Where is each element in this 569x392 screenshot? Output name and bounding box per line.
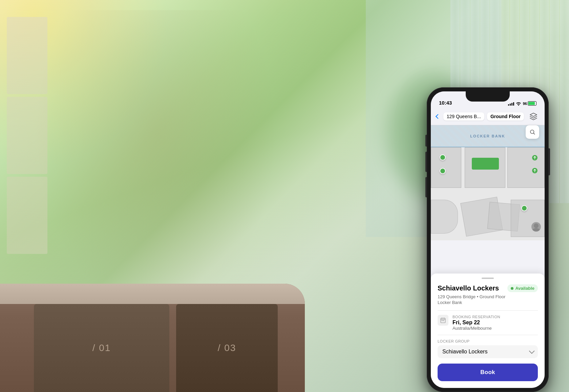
- wifi-icon: [516, 102, 521, 106]
- location-pill[interactable]: 129 Queens B...: [443, 112, 484, 121]
- chevron-left-icon: [436, 114, 440, 118]
- locker-subtitle-2: Locker Bank: [438, 300, 538, 305]
- status-time: 10:43: [439, 100, 452, 106]
- phone-screen: 10:43 96: [431, 91, 545, 388]
- phone-power-button: [548, 148, 550, 175]
- room-2: [465, 147, 505, 188]
- phone-notch: [466, 91, 510, 102]
- svg-rect-2: [442, 320, 442, 321]
- navigation-bar: 129 Queens B... Ground Floor: [431, 108, 545, 125]
- booking-timezone: Australia/Melbourne: [452, 326, 538, 331]
- phone-shell: 10:43 96: [427, 87, 549, 392]
- reception-desk: / 01 / 03: [0, 284, 305, 392]
- booking-label: Booking reservation: [452, 315, 538, 319]
- room-curved: [431, 200, 458, 234]
- floor-map[interactable]: LOCKER BANK: [431, 125, 545, 240]
- up-arrow-2: [532, 168, 538, 173]
- available-spot-1: [440, 154, 446, 160]
- locker-title: Schiavello Lockers: [438, 284, 499, 292]
- battery-fill: [528, 102, 535, 105]
- desk-cabinet-right: / 03: [176, 304, 278, 392]
- available-spot-3: [521, 205, 527, 211]
- floor-plan: [431, 147, 545, 240]
- room-1: [431, 147, 461, 188]
- locker-group-select[interactable]: Schiavello Lockers: [438, 345, 538, 358]
- desk-label-01: / 01: [92, 343, 111, 353]
- search-icon: [529, 129, 535, 135]
- layers-button[interactable]: [528, 111, 539, 122]
- sheet-divider-2: [438, 335, 538, 335]
- floor-pill[interactable]: Ground Floor: [487, 112, 524, 121]
- locker-bank-label: LOCKER BANK: [470, 134, 505, 138]
- desk-top-surface: [0, 284, 305, 304]
- search-button[interactable]: [526, 125, 539, 139]
- signal-icon: [508, 102, 514, 106]
- back-button[interactable]: [436, 115, 440, 118]
- phone-mockup: 10:43 96: [427, 87, 549, 392]
- selected-desk: [472, 158, 499, 170]
- locker-group-section: Locker Group Schiavello Lockers: [438, 339, 538, 358]
- room-6: [511, 200, 545, 237]
- nav-center: 129 Queens B... Ground Floor: [443, 112, 524, 121]
- availability-text: Available: [515, 286, 534, 291]
- locker-group-label: Locker Group: [438, 339, 538, 343]
- chevron-down-icon: [529, 348, 535, 354]
- desk-cabinet: / 01: [34, 304, 169, 392]
- battery-percentage: 96: [523, 102, 527, 106]
- phone-volume-down-button: [425, 177, 427, 197]
- locker-subtitle-1: 129 Queens Bridge • Ground Floor: [438, 294, 538, 299]
- sheet-handle: [482, 278, 494, 279]
- bottom-sheet: Schiavello Lockers Available 129 Queens …: [431, 274, 545, 388]
- availability-badge: Available: [507, 284, 538, 292]
- phone-volume-up-button: [425, 152, 427, 172]
- battery-indicator: 96: [523, 101, 536, 106]
- person-area: [34, 10, 278, 315]
- booking-reservation-section: Booking reservation Fri, Sep 22 Australi…: [438, 315, 538, 331]
- book-button[interactable]: Book: [438, 364, 538, 381]
- person-avatar: [531, 222, 541, 232]
- battery-body: [528, 101, 536, 106]
- phone-mute-button: [425, 135, 427, 147]
- up-arrow-1: [532, 155, 538, 160]
- status-icons: 96: [508, 101, 536, 106]
- locker-group-value: Schiavello Lockers: [442, 349, 487, 355]
- svg-rect-3: [443, 320, 444, 321]
- booking-details: Booking reservation Fri, Sep 22 Australi…: [452, 315, 538, 331]
- desk-label-03: / 03: [218, 343, 236, 353]
- available-indicator-dot: [511, 287, 513, 290]
- available-spot-2: [440, 168, 446, 174]
- layers-icon: [529, 112, 538, 121]
- svg-rect-1: [441, 318, 445, 323]
- sheet-divider-1: [438, 310, 538, 311]
- calendar-icon: [438, 315, 448, 326]
- room-3: [507, 147, 545, 188]
- booking-date: Fri, Sep 22: [452, 320, 538, 326]
- sheet-header: Schiavello Lockers Available: [438, 284, 538, 292]
